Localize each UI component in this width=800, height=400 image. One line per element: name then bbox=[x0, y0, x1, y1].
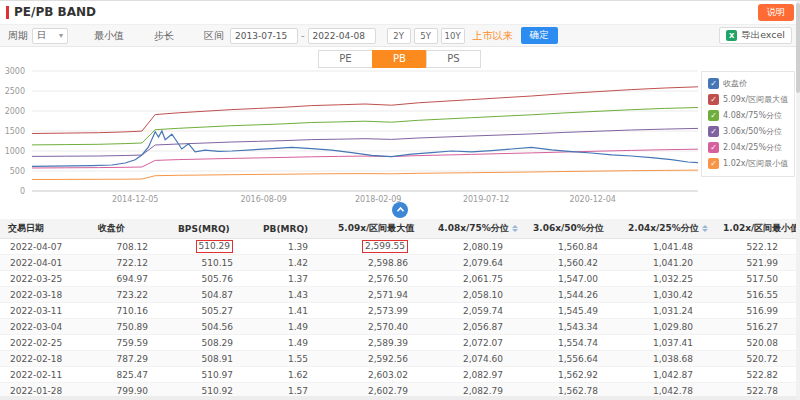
cell: 2,058.10 bbox=[430, 290, 525, 300]
cell: 2,080.19 bbox=[430, 242, 525, 252]
cell: 1,560.84 bbox=[525, 242, 620, 252]
scrollbar-thumb[interactable] bbox=[796, 3, 800, 93]
legend-item[interactable]: ✓收盘价 bbox=[708, 78, 788, 89]
min-value-label: 最小值 bbox=[94, 29, 124, 43]
date-separator: - bbox=[301, 30, 305, 41]
title-accent-bar bbox=[6, 6, 9, 19]
table-header-row: 交易日期收盘价BPS(MRQ)PB(MRQ)5.09x/区间最大值4.08x/7… bbox=[0, 219, 800, 239]
series-line bbox=[32, 87, 698, 134]
legend-item[interactable]: ✓2.04x/25%分位 bbox=[708, 142, 788, 153]
column-header: 交易日期 bbox=[0, 222, 90, 235]
highlighted-value: 510.29 bbox=[196, 240, 234, 253]
cell: 522.82 bbox=[715, 370, 800, 380]
horizontal-scrollbar[interactable] bbox=[0, 396, 800, 400]
page-title: PE/PB BAND bbox=[14, 5, 96, 19]
cell: 2022-03-25 bbox=[0, 274, 90, 284]
cell: 1,031.24 bbox=[620, 306, 715, 316]
cell: 1,562.92 bbox=[525, 370, 620, 380]
cell: 1.57 bbox=[255, 386, 330, 396]
cell: 2,592.56 bbox=[330, 354, 430, 364]
collapse-chart-button[interactable] bbox=[392, 202, 408, 218]
step-label: 步长 bbox=[154, 29, 174, 43]
date-to-input[interactable] bbox=[308, 28, 376, 44]
cell: 2022-04-07 bbox=[0, 242, 90, 252]
tab-ps[interactable]: PS bbox=[426, 50, 481, 68]
toolbar: 周期 日 ▾ 最小值 步长 区间 - 2Y5Y10Y 上市以来 确定 X 导出e… bbox=[0, 24, 800, 47]
cell: 2022-04-01 bbox=[0, 258, 90, 268]
column-header: BPS(MRQ) bbox=[170, 224, 255, 234]
cell: 750.89 bbox=[90, 322, 170, 332]
pb-band-page: PE/PB BAND 说明 周期 日 ▾ 最小值 步长 区间 - 2Y5Y10Y… bbox=[0, 0, 800, 400]
cell: 2,072.07 bbox=[430, 338, 525, 348]
confirm-button[interactable]: 确定 bbox=[521, 27, 558, 44]
cell: 825.47 bbox=[90, 370, 170, 380]
table-row: 2022-02-25759.59508.291.492,589.392,072.… bbox=[0, 335, 800, 351]
cell: 759.59 bbox=[90, 338, 170, 348]
range-button-5y[interactable]: 5Y bbox=[414, 28, 438, 44]
legend-item[interactable]: ✓5.09x/区间最大值 bbox=[708, 94, 788, 105]
cell: 521.99 bbox=[715, 258, 800, 268]
cell: 2,599.55 bbox=[330, 240, 430, 253]
export-excel-button[interactable]: X 导出excel bbox=[719, 27, 792, 44]
y-axis-label: 2500 bbox=[5, 87, 25, 96]
column-header: 1.02x/区间最小值 bbox=[715, 222, 800, 235]
cell: 2,082.97 bbox=[430, 370, 525, 380]
range-button-2y[interactable]: 2Y bbox=[387, 28, 411, 44]
vertical-scrollbar[interactable] bbox=[796, 1, 800, 400]
cell: 516.99 bbox=[715, 306, 800, 316]
cell: 1.49 bbox=[255, 322, 330, 332]
period-value: 日 bbox=[37, 29, 46, 42]
cell: 1,545.49 bbox=[525, 306, 620, 316]
range-button-10y[interactable]: 10Y bbox=[441, 28, 465, 44]
cell: 504.87 bbox=[170, 290, 255, 300]
y-axis-label: 2000 bbox=[5, 107, 25, 116]
help-button[interactable]: 说明 bbox=[758, 4, 794, 21]
cell: 2,602.79 bbox=[330, 386, 430, 396]
table-body: 2022-04-07708.12510.291.392,599.552,080.… bbox=[0, 239, 800, 399]
checkbox-icon: ✓ bbox=[708, 94, 719, 105]
cell: 2022-03-04 bbox=[0, 322, 90, 332]
column-header[interactable]: 2.04x/25%分位 bbox=[620, 222, 715, 235]
column-header-label: PB(MRQ) bbox=[263, 224, 308, 234]
legend-item[interactable]: ✓1.02x/区间最小值 bbox=[708, 158, 788, 169]
column-header-label: 2.04x/25%分位 bbox=[628, 222, 699, 235]
since-listing-button[interactable]: 上市以来 bbox=[473, 29, 513, 43]
tab-pe[interactable]: PE bbox=[318, 50, 373, 68]
cell: 2,056.87 bbox=[430, 322, 525, 332]
checkbox-icon: ✓ bbox=[708, 142, 719, 153]
x-axis: 2014-12-052016-08-092018-02-092019-07-12… bbox=[0, 195, 710, 207]
cell: 710.16 bbox=[90, 306, 170, 316]
checkbox-icon: ✓ bbox=[708, 126, 719, 137]
range-label: 区间 bbox=[204, 29, 224, 43]
period-select[interactable]: 日 ▾ bbox=[32, 28, 68, 44]
cell: 505.27 bbox=[170, 306, 255, 316]
legend-item[interactable]: ✓4.08x/75%分位 bbox=[708, 110, 788, 121]
data-table: 交易日期收盘价BPS(MRQ)PB(MRQ)5.09x/区间最大值4.08x/7… bbox=[0, 219, 800, 399]
period-label: 周期 bbox=[8, 29, 28, 43]
x-axis-label: 2019-07-12 bbox=[463, 195, 510, 204]
date-from-input[interactable] bbox=[230, 28, 298, 44]
legend-item[interactable]: ✓3.06x/50%分位 bbox=[708, 126, 788, 137]
checkbox-icon: ✓ bbox=[708, 158, 719, 169]
cell: 1,042.87 bbox=[620, 370, 715, 380]
sort-icon bbox=[512, 225, 518, 232]
column-header-label: 1.02x/区间最小值 bbox=[723, 222, 799, 235]
chevron-up-icon bbox=[393, 202, 408, 217]
cell: 1,560.42 bbox=[525, 258, 620, 268]
cell: 1,041.48 bbox=[620, 242, 715, 252]
series-line bbox=[32, 128, 698, 156]
cell: 508.91 bbox=[170, 354, 255, 364]
column-header-label: BPS(MRQ) bbox=[178, 224, 230, 234]
table-row: 2022-03-04750.89504.561.492,570.402,056.… bbox=[0, 319, 800, 335]
cell: 1.39 bbox=[255, 242, 330, 252]
cell: 1,032.25 bbox=[620, 274, 715, 284]
cell: 510.92 bbox=[170, 386, 255, 396]
tab-pb[interactable]: PB bbox=[372, 50, 427, 68]
column-header[interactable]: 4.08x/75%分位 bbox=[430, 222, 525, 235]
legend-label: 5.09x/区间最大值 bbox=[723, 94, 788, 105]
cell: 2,603.02 bbox=[330, 370, 430, 380]
cell: 517.50 bbox=[715, 274, 800, 284]
cell: 694.97 bbox=[90, 274, 170, 284]
column-header-label: 收盘价 bbox=[98, 222, 125, 235]
column-header-label: 交易日期 bbox=[8, 222, 44, 235]
